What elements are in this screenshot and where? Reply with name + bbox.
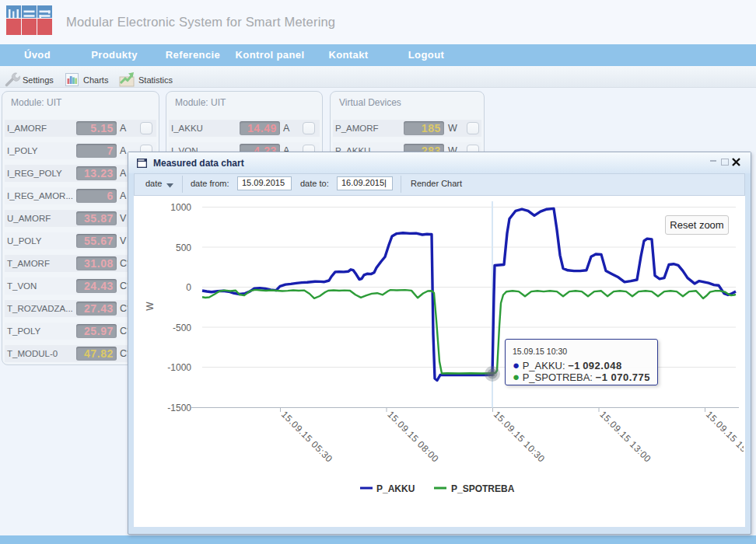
svg-text:500: 500: [176, 242, 191, 253]
svg-text:-500: -500: [173, 323, 191, 333]
svg-text:15.09.15 10:30: 15.09.15 10:30: [492, 409, 547, 464]
svg-text:P_SPOTREBA: P_SPOTREBA: [451, 483, 515, 494]
svg-text:0: 0: [186, 282, 191, 293]
svg-text:-1000: -1000: [167, 362, 191, 373]
svg-text:W: W: [145, 302, 156, 311]
svg-text:P_AKKU: P_AKKU: [376, 483, 415, 494]
svg-text:15.09.15 13:00: 15.09.15 13:00: [597, 409, 653, 464]
svg-text:15.09.15 05:30: 15.09.15 05:30: [279, 409, 334, 464]
svg-text:15.09.15 15:30: 15.09.15 15:30: [704, 409, 744, 464]
svg-text:-1500: -1500: [167, 403, 191, 413]
svg-text:1000: 1000: [170, 202, 191, 213]
svg-text:15.09.15 08:00: 15.09.15 08:00: [385, 409, 440, 464]
